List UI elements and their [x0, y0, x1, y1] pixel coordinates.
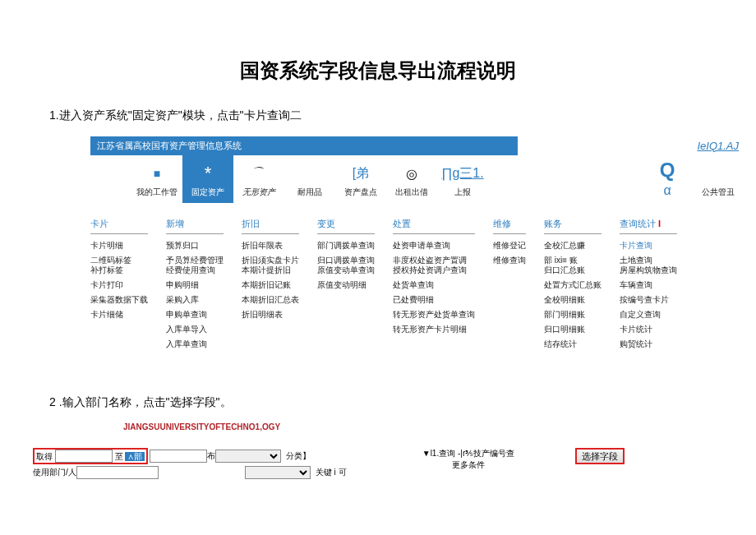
- toolbar-icon-7: Q: [660, 159, 675, 182]
- label-category-suffix: 】: [302, 450, 311, 462]
- menu-link-3-0[interactable]: 部门调拨单查询: [317, 241, 375, 251]
- app-title-bar: 江苏省属高校国有资产管理信息系统: [90, 136, 518, 155]
- dept-input[interactable]: [76, 466, 159, 479]
- label-to: 至: [115, 452, 123, 461]
- menu-link-4-5[interactable]: 转无形资产卡片明细: [393, 325, 475, 334]
- date-from-input[interactable]: [55, 450, 113, 463]
- label-acquire: 取得: [36, 452, 53, 461]
- menu-link-3-2[interactable]: 原值变动明细: [317, 280, 375, 290]
- menu-link-3-1[interactable]: 归口调拨单查询原值变动单查询: [317, 256, 375, 275]
- label-dept-blue: ∧部: [125, 452, 145, 461]
- app-header-right: IeIQ1.AJ: [518, 140, 744, 152]
- menu-link-0-2[interactable]: 卡片打印: [90, 280, 148, 290]
- menu-link-0-3[interactable]: 采集器数据下载: [90, 295, 148, 305]
- menu-link-4-3[interactable]: 已处费明细: [393, 295, 475, 305]
- menu-link-2-0[interactable]: 折旧年限表: [242, 241, 299, 251]
- menu-link-1-4[interactable]: 申购单查询: [166, 310, 224, 320]
- menu-col-0: 卡片卡片明细二维码标签补打标签卡片打印采集器数据下载卡片细储: [90, 218, 166, 354]
- toolbar-label-7: α: [663, 183, 671, 198]
- menu-link-4-1[interactable]: 非度权处盗资产置调授权持处资调户查询: [393, 256, 475, 275]
- menu-link-6-2[interactable]: 处置方式汇总账: [544, 280, 602, 290]
- menu-header-7: 查询统计 I: [620, 218, 677, 234]
- menu-link-4-0[interactable]: 处资申请单查询: [393, 241, 475, 251]
- toolbar-label-8: 公共管丑: [702, 187, 735, 198]
- label-bu: 布: [207, 450, 215, 462]
- menu-link-6-0[interactable]: 全校汇总赚: [544, 241, 602, 251]
- menu-header-2: 折旧: [242, 218, 299, 234]
- toolbar-label-2: 无形资产: [242, 187, 275, 198]
- menu-link-1-2[interactable]: 申购明细: [166, 280, 224, 290]
- menu-link-2-4[interactable]: 折旧明细表: [242, 310, 299, 320]
- menu-link-1-5[interactable]: 入库单导入: [166, 325, 224, 334]
- category-select-1[interactable]: [215, 450, 281, 463]
- toolbar-item-0[interactable]: ■我的工作管: [131, 155, 182, 203]
- toolbar-icon-2: ⌒: [252, 162, 265, 185]
- menu-link-7-3[interactable]: 按编号查卡片: [620, 295, 677, 305]
- menu-link-5-1[interactable]: 维修查询: [493, 256, 526, 265]
- menu-col-6: 账务全校汇总赚部 ixi≡ 账归口汇总账处置方式汇总账全校明细账部门明细账归口明…: [544, 218, 620, 354]
- label-category: 分类: [286, 450, 302, 462]
- menu-link-5-0[interactable]: 维修登记: [493, 241, 526, 251]
- menu-link-0-1[interactable]: 二维码标签补打标签: [90, 256, 148, 275]
- toolbar-label-4: 资产盘点: [344, 187, 377, 198]
- filter-row: 取得 至 ∧部 布 分类 】 使用部门/人 关键 i 可 ▼l1.查询 -|r⅗…: [33, 448, 756, 481]
- menu-link-7-6[interactable]: 购贸统计: [620, 339, 677, 349]
- menu-link-1-3[interactable]: 采购入库: [166, 295, 224, 305]
- menu-link-2-2[interactable]: 本期折旧记账: [242, 280, 299, 290]
- label-keyword: 关键 i 可: [316, 467, 347, 478]
- date-to-input[interactable]: [150, 450, 207, 463]
- toolbar-icon-0: ■: [154, 162, 160, 185]
- menu-link-6-3[interactable]: 全校明细账: [544, 295, 602, 305]
- menu-col-1: 新增预算归口予员算经费管理经费使用查询申购明细采购入库申购单查询入库单导入入库单…: [166, 218, 242, 354]
- menu-link-0-4[interactable]: 卡片细储: [90, 310, 148, 320]
- toolbar-icon-5: ◎: [406, 162, 417, 185]
- step-1-text: 1.进入资产系统"固定资产"模块，点击"卡片查询二: [49, 108, 756, 123]
- mid-text-2: 更多条件: [362, 459, 575, 471]
- menu-link-4-4[interactable]: 转无形资产处货单查询: [393, 310, 475, 320]
- menu-col-4: 处置处资申请单查询非度权处盗资产置调授权持处资调户查询处货单查询已处费明细转无形…: [393, 218, 493, 354]
- menu-header-0: 卡片: [90, 218, 148, 234]
- toolbar-item-2[interactable]: ⌒无形资产: [233, 155, 284, 203]
- toolbar-item-8[interactable]: 公共管丑: [693, 155, 744, 203]
- menu-header-1: 新增: [166, 218, 224, 234]
- toolbar-item-5[interactable]: ◎出租出借: [386, 155, 437, 203]
- menu-link-7-5[interactable]: 卡片统计: [620, 325, 677, 334]
- menu-link-6-1[interactable]: 部 ixi≡ 账归口汇总账: [544, 256, 602, 275]
- menu-link-7-4[interactable]: 自定义查询: [620, 310, 677, 320]
- mid-text-1: ▼l1.查询 -|r⅗技产编号查: [362, 448, 575, 459]
- toolbar-icon-6: ∏g三1.: [441, 162, 483, 185]
- toolbar-label-5: 出租出借: [395, 187, 428, 198]
- menu-link-7-1[interactable]: 土地查询房屋构筑物查询: [620, 256, 677, 275]
- menu-header-4: 处置: [393, 218, 475, 234]
- university-logo-text: JIANGSUUNIVERSITYOFTECHNO1,OGY: [123, 422, 756, 431]
- menu-link-1-6[interactable]: 入库单查询: [166, 339, 224, 349]
- app-screenshot-1: 江苏省属高校国有资产管理信息系统 IeIQ1.AJ ■我的工作管*固定资产⌒无形…: [90, 136, 744, 354]
- page-title: 国资系统字段信息导出流程说明: [0, 58, 756, 84]
- menu-col-3: 变更部门调拨单查询归口调拨单查询原值变动单查询原值变动明细: [317, 218, 393, 354]
- menu-link-7-0[interactable]: 卡片查询: [620, 241, 677, 251]
- label-use-dept: 使用部门/人: [33, 467, 76, 478]
- menu-link-6-4[interactable]: 部门明细账: [544, 310, 602, 320]
- menu-link-1-1[interactable]: 予员算经费管理经费使用查询: [166, 256, 224, 275]
- select-field-button[interactable]: 选择字段: [575, 448, 625, 464]
- menu-link-2-1[interactable]: 折旧须实盘卡片本期计提折旧: [242, 256, 299, 275]
- menu-link-1-0[interactable]: 预算归口: [166, 241, 224, 251]
- main-toolbar: ■我的工作管*固定资产⌒无形资产耐用品[弟资产盘点◎出租出借∏g三1.上报Qα公…: [90, 155, 744, 203]
- toolbar-label-1: 固定资产: [191, 187, 224, 198]
- menu-link-6-5[interactable]: 归口明细账: [544, 325, 602, 334]
- menu-link-4-2[interactable]: 处货单查询: [393, 280, 475, 290]
- menu-link-2-3[interactable]: 本期折旧汇总表: [242, 295, 299, 305]
- menu-link-0-0[interactable]: 卡片明细: [90, 241, 148, 251]
- toolbar-item-3[interactable]: 耐用品: [284, 155, 335, 203]
- menu-col-7: 查询统计 I卡片查询土地查询房屋构筑物查询车辆查询按编号查卡片自定义查询卡片统计…: [620, 218, 695, 354]
- menu-col-2: 折旧折旧年限表折旧须实盘卡片本期计提折旧本期折旧记账本期折旧汇总表折旧明细表: [242, 218, 317, 354]
- menu-link-7-2[interactable]: 车辆查询: [620, 280, 677, 290]
- step-2-text: 2 .输入部门名称，点击"选择字段"。: [49, 395, 756, 410]
- menu-link-6-6[interactable]: 结存统计: [544, 339, 602, 349]
- toolbar-item-1[interactable]: *固定资产: [182, 155, 233, 203]
- toolbar-item-6[interactable]: ∏g三1.上报: [437, 155, 488, 203]
- menu-header-3: 变更: [317, 218, 375, 234]
- toolbar-item-7[interactable]: Qα: [642, 155, 693, 203]
- category-select-2[interactable]: [245, 466, 311, 479]
- toolbar-item-4[interactable]: [弟资产盘点: [335, 155, 386, 203]
